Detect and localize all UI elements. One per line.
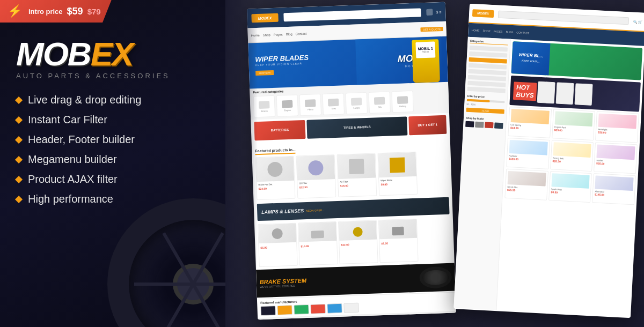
ss-product-3-price: $18.00 (340, 183, 375, 188)
ss-sidebar-item-4 (469, 63, 507, 70)
ss-cat-3: Filters (299, 94, 321, 116)
logo-area: MOBEX AUTO PARTS & ACCESSORIES (16, 38, 209, 80)
ss-brand-logo-grid (465, 121, 503, 129)
ss-sidebar-item-3-active (469, 57, 507, 64)
ss-cat-6: Oils (369, 91, 391, 113)
ss-nav-blog: Blog (286, 32, 292, 35)
ss-product-5-info: $5.99 (259, 242, 296, 251)
ss-product-6: $14.99 (298, 221, 338, 265)
feature-item-5: Product AJAX filter (16, 173, 209, 185)
ss-cat-3-label: Filters (308, 108, 313, 110)
right-panel: MOBEX $ ≡ Home Shop Pages Blog Contact G… (225, 0, 644, 327)
ss-product-8-info: $7.50 (379, 238, 417, 247)
ss-sidebar-item-8 (467, 87, 506, 93)
ss-right-nav-5: CONTACT (516, 31, 529, 34)
ss-right-icons: 🔍 🛒 (633, 19, 642, 24)
ss-price-slider-track (467, 99, 505, 103)
ss-right-logo: MOBEX (472, 9, 494, 18)
feature-item-6: High performance (16, 193, 209, 205)
ss-right-layout: Categories Filter by price $0 - $500 (453, 37, 644, 317)
ss-product-2-img (297, 155, 335, 180)
ss-product-1-img (256, 157, 295, 182)
ss-cat-4: Tires (323, 93, 345, 115)
intro-label: intro price (28, 8, 63, 16)
wheel-decoration (107, 198, 225, 327)
price-badge: ⚡ intro price $59 $79 (0, 0, 112, 23)
ss-r-prod-3-img (598, 114, 637, 129)
old-price: $79 (87, 7, 101, 16)
bullet-1 (15, 96, 23, 103)
ss-cat-5-label: Lamps (353, 106, 360, 109)
ss-r-prod-2: Engine Part $89.00 (552, 109, 595, 140)
ss-cat-7: Battery (392, 91, 414, 113)
ss-sidebar-header: Categories (470, 39, 508, 46)
ss-mfr-bmw (260, 306, 276, 316)
feature-item-2: Instant Car Filter (16, 114, 209, 126)
ss-mfr-other (343, 303, 359, 313)
ss-banner-batteries-text: BATTERIES (271, 128, 289, 133)
spoke-5 (162, 232, 194, 285)
ss-cat-7-label: Battery (399, 105, 406, 107)
ss-r-prod-9-img (595, 175, 634, 191)
bullet-4 (15, 155, 23, 163)
lightning-icon: ⚡ (8, 4, 22, 18)
spoke-6 (192, 232, 224, 285)
ss-cat-2: Engine (276, 94, 298, 116)
feature-text-5: Product AJAX filter (28, 173, 118, 185)
ss-oil-type: 5W-30 (422, 50, 429, 53)
ss-main-search (283, 8, 421, 21)
ss-product-5-price: $5.99 (260, 245, 295, 249)
ss-more-products: $5.99 $14.99 $32.00 (254, 215, 455, 269)
screenshot-right: MOBEX 🔍 🛒 HOME SHOP PAGES BLOG CONTACT C… (453, 4, 644, 318)
ss-brand-filter-label: Shop by Make (466, 116, 504, 122)
ss-mfr-shell (277, 305, 292, 315)
ss-product-8: $7.50 (378, 219, 419, 263)
ss-logo-mercedes (475, 122, 484, 128)
ss-cat-4-label: Tires (331, 107, 336, 109)
ss-nav-cta: GET A QUOTE (421, 26, 443, 31)
ss-brake-texts: BRAKE SYSTEM WE'VE GOT YOU COVERED (260, 277, 307, 288)
ss-product-3-name: Air Filter (340, 180, 374, 183)
ss-right-banner-left: WIPER BL...KEEP YOUR... (511, 41, 550, 76)
logo-tagline: AUTO PARTS & ACCESSORIES (16, 72, 209, 80)
ss-logo-audi (494, 122, 503, 129)
ss-right-banner-text: WIPER BL...KEEP YOUR... (518, 52, 544, 64)
ss-r-prod-1-img (511, 109, 550, 124)
bullet-6 (15, 195, 23, 203)
feature-text-2: Instant Car Filter (28, 114, 107, 126)
ss-product-1-name: Brake Pad Set (258, 182, 292, 186)
ss-r-prod-4-img (509, 140, 548, 155)
left-panel: ⚡ intro price $59 $79 MOBEX AUTO PARTS &… (0, 0, 225, 327)
ss-right-nav-2: SHOP (482, 29, 490, 33)
ss-main-cart (426, 9, 433, 16)
ss-sidebar-item-5 (468, 69, 506, 76)
ss-mfr-mobil (327, 303, 342, 314)
ss-banner-batteries: BATTERIES (254, 120, 305, 140)
bullet-5 (15, 175, 23, 183)
ss-oil-bottle: MOBIL 1 5W-30 (412, 39, 440, 83)
ss-product-6-info: $14.99 (299, 241, 336, 249)
feature-text-3: Header, Footer builder (28, 133, 135, 146)
ss-right-nav-1: HOME (471, 28, 479, 32)
ss-product-3-info: Air Filter $18.00 (338, 177, 376, 189)
ss-wiper-text: WIPER BLADES KEEP YOUR VISION CLEAR SHOP… (255, 53, 309, 76)
ss-right-product-row-1: Coil Spring $44.99 Engine Part $89.00 He… (508, 107, 639, 143)
ss-product-8-img (379, 219, 417, 239)
ss-right-product-row-3: Shock Abs. $55.99 Spark Plug $8.99 Alter… (504, 169, 636, 205)
ss-banner-sale: BUY 1 GET 1 (408, 115, 447, 135)
ss-product-2: Oil Filter $12.50 (296, 154, 336, 198)
ss-cat-5: Lamps (346, 92, 368, 114)
ss-r-prod-2-img (554, 111, 593, 127)
ss-r-prod-1: Coil Spring $44.99 (508, 107, 551, 138)
ss-main-price-display: $ ≡ (436, 10, 441, 13)
ss-nav-shop: Shop (263, 33, 270, 36)
ss-nav-home: Home (251, 33, 260, 37)
ss-product-3-img (338, 153, 376, 179)
feature-text-4: Megamenu builder (28, 153, 117, 166)
ss-products-title: Featured products in... (255, 148, 296, 155)
ss-mfr-ac (310, 304, 326, 314)
ss-right-products: Coil Spring $44.99 Engine Part $89.00 He… (504, 107, 639, 205)
ss-wiper-btn: SHOP NOW (255, 70, 274, 76)
ss-right-main: WIPER BL...KEEP YOUR... HOTBUYS (496, 39, 644, 317)
ss-mfr-bp (294, 304, 309, 315)
